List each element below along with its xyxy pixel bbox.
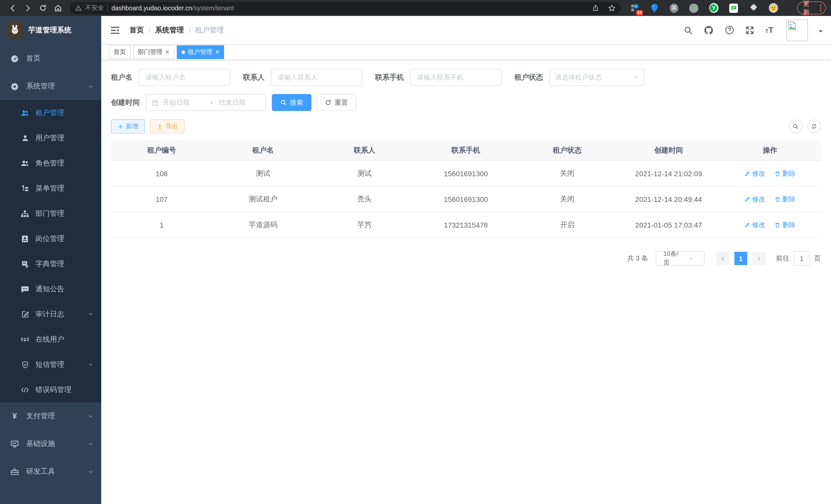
error-code-icon <box>21 386 29 393</box>
sidebar-item-label: 基础设施 <box>26 439 55 448</box>
status-select-placeholder: 请选择租户状态 <box>555 73 633 82</box>
pagination: 共 3 条 10条/页 1 前往 <box>111 251 821 266</box>
sidebar-item-label: 菜单管理 <box>35 184 64 193</box>
table-row: 108 测试 测试 15601691300 关闭 2021-12-14 21:0… <box>111 160 821 186</box>
sidebar-item-online-users[interactable]: 在线用户 <box>0 327 101 352</box>
sidebar-item-system[interactable]: 系统管理 <box>0 72 101 100</box>
app-logo-row[interactable]: 芋道管理系统 <box>0 16 101 45</box>
home-icon[interactable] <box>51 1 66 14</box>
github-icon[interactable] <box>704 25 714 35</box>
edit-pencil-icon <box>744 196 751 202</box>
table-header: 租户编号 租户名 联系人 联系手机 租户状态 创建时间 操作 <box>111 140 821 160</box>
sidebar-item-label: 短信管理 <box>35 360 64 369</box>
tenant-name-input[interactable] <box>139 69 230 86</box>
extension-emoji-icon[interactable] <box>769 3 778 13</box>
extension-gray-dot-icon[interactable] <box>689 3 698 12</box>
avatar[interactable] <box>786 19 808 41</box>
phone-input[interactable] <box>410 69 502 86</box>
extension-chat-icon[interactable] <box>729 3 738 12</box>
column-header: 联系手机 <box>415 140 517 160</box>
breadcrumb-system[interactable]: 系统管理 <box>155 25 184 35</box>
table-row: 107 测试租户 秃头 15601691300 关闭 2021-12-14 20… <box>111 186 821 212</box>
reload-icon[interactable] <box>35 1 51 14</box>
font-size-icon[interactable]: TT <box>765 25 773 35</box>
avatar-dropdown-caret-icon[interactable] <box>819 30 823 34</box>
sidebar-item-error-codes[interactable]: 错误码管理 <box>0 377 101 402</box>
add-button[interactable]: 新增 <box>111 119 145 134</box>
sidebar-item-departments[interactable]: 部门管理 <box>0 201 101 226</box>
sidebar-item-infrastructure[interactable]: 基础设施 <box>0 430 101 458</box>
page-size-select[interactable]: 10条/页 <box>656 251 705 266</box>
extensions-puzzle-icon[interactable] <box>749 3 758 12</box>
extension-balloon-icon[interactable] <box>650 3 659 12</box>
sidebar-item-label: 字典管理 <box>35 259 64 268</box>
close-icon[interactable]: ✕ <box>165 49 170 56</box>
extension-y-icon[interactable]: Y <box>709 3 719 13</box>
delete-link-label: 删除 <box>782 169 796 178</box>
sidebar-menu: 首页 系统管理 租户管理 <box>0 45 101 485</box>
sidebar-item-sms[interactable]: 短信管理 <box>0 352 101 377</box>
contact-input[interactable] <box>271 69 362 86</box>
delete-link[interactable]: 删除 <box>775 169 796 178</box>
prev-page-button[interactable] <box>716 252 729 265</box>
tab-tenant[interactable]: 租户管理 ✕ <box>177 45 224 59</box>
not-secure-warning-icon <box>75 5 82 11</box>
edit-link[interactable]: 修改 <box>744 195 766 204</box>
filter-row-1: 租户名 联系人 联系手机 租户状态 请选择租户状态 <box>111 69 821 86</box>
cell-phone: 15601691300 <box>415 186 517 212</box>
edit-link[interactable]: 修改 <box>744 169 766 178</box>
delete-link[interactable]: 删除 <box>775 220 796 229</box>
org-tree-icon <box>21 209 29 217</box>
sidebar-item-audit-log[interactable]: 审计日志 <box>0 302 101 327</box>
sidebar-toggle-icon[interactable] <box>110 25 121 35</box>
url-path: /system/tenant <box>192 4 234 11</box>
delete-link[interactable]: 删除 <box>775 195 796 204</box>
forward-icon[interactable] <box>20 1 35 14</box>
tab-departments[interactable]: 部门管理 ✕ <box>133 45 174 59</box>
sidebar-item-dictionary[interactable]: 字典管理 <box>0 251 101 276</box>
breadcrumb-home[interactable]: 首页 <box>130 25 144 35</box>
sidebar-item-label: 角色管理 <box>35 158 64 168</box>
sidebar-item-posts[interactable]: 岗位管理 <box>0 226 101 251</box>
extension-tampermonkey-icon[interactable]: 10 <box>630 3 639 12</box>
delete-link-label: 删除 <box>782 220 796 229</box>
app-logo-rabbit-image <box>7 22 23 38</box>
show-search-toggle-button[interactable] <box>789 120 802 133</box>
sidebar-item-payment[interactable]: ¥ 支付管理 <box>0 402 101 430</box>
sidebar-item-home[interactable]: 首页 <box>0 45 101 72</box>
url-bar[interactable]: 不安全 dashboard.yudao.iocoder.cn/system/te… <box>70 2 621 14</box>
header-search-icon[interactable] <box>684 25 693 35</box>
back-icon[interactable] <box>5 1 20 14</box>
reset-button[interactable]: 重置 <box>317 94 356 111</box>
sidebar-item-roles[interactable]: 角色管理 <box>0 151 101 176</box>
tab-home[interactable]: 首页 <box>109 45 131 59</box>
download-icon <box>157 123 163 129</box>
goto-page-input[interactable] <box>794 251 810 266</box>
select-caret-icon <box>682 256 700 261</box>
search-button[interactable]: 搜索 <box>272 94 311 111</box>
refresh-table-button[interactable] <box>807 120 821 133</box>
chevron-down-icon <box>88 469 93 474</box>
sidebar-item-tenant[interactable]: 租户管理 <box>0 100 101 125</box>
help-icon[interactable] <box>725 25 735 35</box>
share-icon[interactable] <box>592 4 600 12</box>
next-page-button[interactable] <box>752 252 765 265</box>
table-tools <box>789 120 821 133</box>
sidebar-item-dev-tools[interactable]: 研发工具 <box>0 458 101 485</box>
browser-update-button[interactable]: 更新 <box>797 2 826 14</box>
edit-link[interactable]: 修改 <box>744 220 766 229</box>
bookmark-star-icon[interactable] <box>608 4 616 12</box>
sidebar-item-menus[interactable]: 菜单管理 <box>0 176 101 201</box>
extension-command-icon[interactable]: ⌘ <box>670 3 679 12</box>
status-select[interactable]: 请选择租户状态 <box>549 69 644 86</box>
date-range-picker[interactable]: 开始日期 - 结束日期 <box>146 94 266 111</box>
browser-menu-icon[interactable] <box>819 5 823 11</box>
fullscreen-icon[interactable] <box>745 25 754 35</box>
page-number-current[interactable]: 1 <box>735 252 747 265</box>
cell-tenant-name: 测试 <box>212 160 314 186</box>
export-button[interactable]: 导出 <box>150 119 184 134</box>
breadcrumb-separator: / <box>148 26 150 34</box>
sidebar-item-users[interactable]: 用户管理 <box>0 125 101 151</box>
close-icon[interactable]: ✕ <box>215 49 220 56</box>
sidebar-item-announcements[interactable]: 通知公告 <box>0 276 101 302</box>
